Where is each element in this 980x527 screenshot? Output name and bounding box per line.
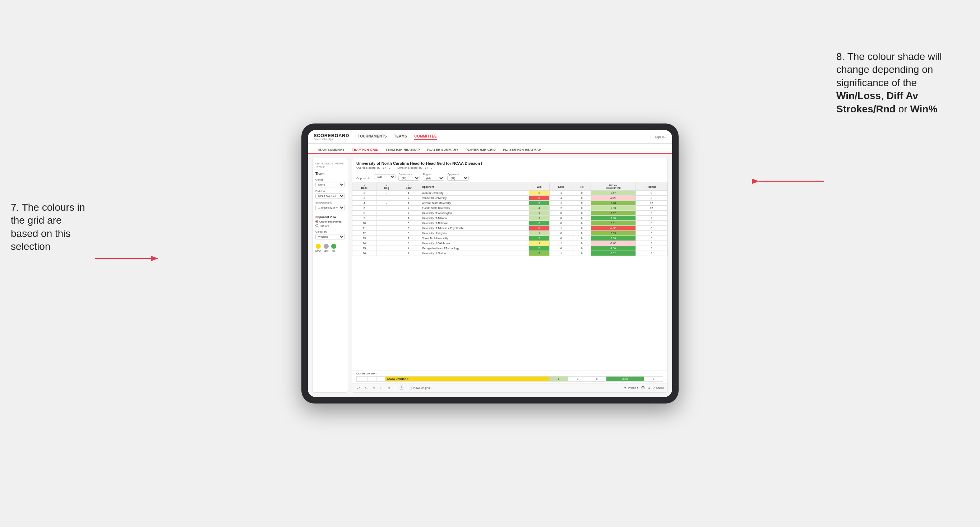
cell-conf: 1 (397, 201, 420, 206)
col-opponent: Opponent (420, 183, 529, 190)
cell-win: 1 (529, 241, 550, 246)
col-win: Win (529, 183, 550, 190)
opponent-filter-label: Opponent (447, 173, 469, 176)
cell-conf: 1 (397, 236, 420, 241)
cell-tie: 0 (573, 211, 591, 216)
tab-team-h2h-grid[interactable]: TEAM H2H GRID (348, 146, 382, 154)
tab-player-h2h-heatmap[interactable]: PLAYER H2H HEATMAP (500, 146, 545, 154)
cell-opponent: University of Virginia (420, 231, 529, 236)
region-select[interactable]: (All) (423, 176, 444, 181)
cell-loss: 1 (549, 201, 573, 206)
data-table: #Rank #Reg #Conf Opponent Win Loss Tie D… (352, 183, 667, 370)
nav-tournaments[interactable]: TOURNAMENTS (358, 133, 387, 140)
conference-select[interactable]: (All) (398, 176, 420, 181)
watch-button[interactable]: 👁 Watch ▾ (624, 386, 638, 389)
cell-tie: 0 (573, 226, 591, 231)
cell-win: 3 (529, 236, 550, 241)
cell-rounds: 3 (635, 211, 667, 216)
cell-rank: 12 (352, 231, 377, 236)
redo-button[interactable]: ↪ (364, 386, 369, 390)
overall-record: Overall Record: 89 - 17 - 0 (356, 166, 390, 170)
cell-loss: 0 (549, 236, 573, 241)
cell-tie: 0 (573, 246, 591, 251)
table-row: 146University of Oklahoma110-1.009 (352, 241, 667, 246)
sub-nav: TEAM SUMMARY TEAM H2H GRID TEAM H2H HEAT… (308, 144, 672, 154)
division-select[interactable]: NCAA Division I (315, 194, 345, 199)
out-div-loss: 0 (568, 376, 587, 382)
h2h-table: #Rank #Reg #Conf Opponent Win Loss Tie D… (352, 183, 667, 256)
radio-top100-label: Top 100 (319, 224, 329, 227)
legend-up: Up (331, 244, 336, 252)
grid-button[interactable]: ⊞ (648, 386, 650, 389)
annotation-right: 8. The colour shade will change dependin… (836, 50, 962, 116)
left-panel: Last Updated: 27/03/2024 16:55:38 Team G… (312, 158, 348, 393)
cell-diff: 5.56 (591, 236, 635, 241)
opponents-select[interactable]: (All) (374, 175, 396, 179)
tab-team-h2h-heatmap[interactable]: TEAM H2H HEATMAP (382, 146, 423, 154)
crop-button[interactable]: ⊞ (378, 386, 384, 390)
cell-reg (377, 231, 397, 236)
school-label: School (Rank) (315, 201, 345, 204)
cell-tie: 0 (573, 206, 591, 211)
legend-level-label: Level (324, 249, 329, 252)
cell-tie: 0 (573, 236, 591, 241)
cell-win: 0 (529, 226, 550, 231)
opponent-select[interactable]: (All) (447, 176, 469, 181)
clock-button[interactable]: 🕐 (398, 386, 405, 390)
cell-win: 0 (529, 196, 550, 201)
cell-rounds: 12 (635, 206, 667, 211)
school-select[interactable]: 1. University of Nort... (315, 205, 345, 210)
cell-rounds: 9 (635, 251, 667, 256)
share-button[interactable]: ↗ Share (653, 386, 664, 389)
move-button[interactable]: ⊕ (386, 386, 392, 390)
out-div-rank (357, 376, 368, 382)
tab-player-summary[interactable]: PLAYER SUMMARY (423, 146, 462, 154)
grid-panel: University of North Carolina Head-to-Hea… (352, 158, 668, 393)
col-conf: #Conf (397, 183, 420, 190)
history-button[interactable]: ⎋ (371, 386, 376, 390)
legend-row: Down Level Up (315, 244, 345, 252)
colour-by-select[interactable]: Win/loss (315, 234, 345, 240)
out-div-rounds: 3 (644, 376, 663, 382)
cell-rounds: 2 (635, 216, 667, 221)
table-row: 4-1Arizona State University5102.2817 (352, 201, 667, 206)
nav-committee[interactable]: COMMITTEE (414, 133, 437, 140)
cell-loss: 0 (549, 221, 573, 226)
col-loss: Loss (549, 183, 573, 190)
cell-win: 5 (529, 246, 550, 251)
conference-filter: Conference (All) (398, 173, 420, 181)
legend-level-dot (324, 244, 329, 249)
tab-player-h2h-grid[interactable]: PLAYER H2H GRID (462, 146, 500, 154)
col-reg: #Reg (377, 183, 397, 190)
cell-conf: 1 (397, 216, 420, 221)
table-row: 2-1Auburn University2101.679 (352, 190, 667, 196)
cell-tie: 0 (573, 241, 591, 246)
cell-reg: - (377, 201, 397, 206)
comment-button[interactable]: 💬 (641, 386, 645, 389)
cell-rounds: 9 (635, 246, 667, 251)
cell-rank: 9 (352, 216, 377, 221)
cell-reg (377, 241, 397, 246)
cell-win: 1 (529, 216, 550, 221)
table-row: 82University of Washington1003.673 (352, 211, 667, 216)
cell-diff: 1.83 (591, 206, 635, 211)
division-record: Division Record: 88 - 17 - 0 (397, 166, 432, 170)
grid-header: University of North Carolina Head-to-Hea… (352, 158, 667, 171)
gender-select[interactable]: Men's (315, 182, 345, 187)
undo-button[interactable]: ↩ (356, 386, 361, 390)
cell-conf: 5 (397, 221, 420, 226)
radio-opponents-played[interactable]: Opponents Played (315, 220, 345, 223)
tab-team-summary[interactable]: TEAM SUMMARY (313, 146, 348, 154)
division-label: Division (315, 190, 345, 193)
col-rank: #Rank (352, 183, 377, 190)
region-filter-label: Region (423, 173, 444, 176)
cell-opponent: Georgia Institute of Technology (420, 246, 529, 251)
cell-rank: 10 (352, 221, 377, 226)
cell-diff: 1.67 (591, 190, 635, 196)
cell-rounds: 9 (635, 190, 667, 196)
radio-top100[interactable]: Top 100 (315, 224, 345, 227)
cell-rank: 3 (352, 196, 377, 201)
nav-teams[interactable]: TEAMS (394, 133, 407, 140)
sign-out-link[interactable]: Sign out (651, 135, 667, 138)
legend-down-dot (316, 244, 321, 249)
